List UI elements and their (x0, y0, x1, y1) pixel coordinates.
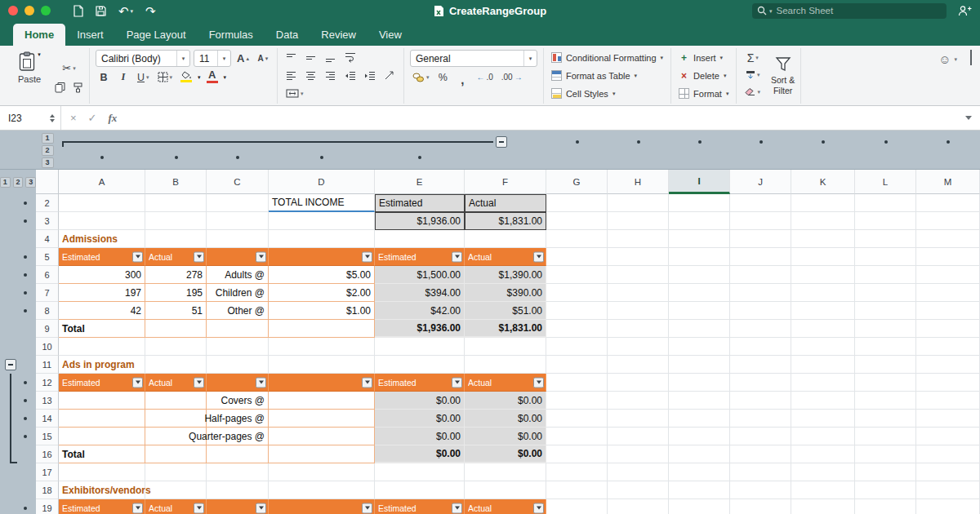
cell-H19[interactable] (608, 499, 669, 514)
cell-I18[interactable] (669, 481, 730, 499)
cell-I5[interactable] (669, 248, 730, 266)
cell-L11[interactable] (855, 356, 916, 374)
cell-D9[interactable] (269, 320, 375, 338)
cell-D13[interactable] (269, 392, 375, 410)
cell-J6[interactable] (730, 266, 791, 284)
cell-F4[interactable] (465, 230, 546, 248)
cell-B9[interactable] (145, 320, 207, 338)
collapse-rows-button[interactable] (5, 359, 16, 370)
row-header-17[interactable]: 17 (36, 463, 59, 481)
cell-L6[interactable] (855, 266, 916, 284)
cell-D3[interactable] (269, 212, 375, 230)
cell-C17[interactable] (207, 463, 269, 481)
cell-B18[interactable] (145, 481, 207, 499)
row-header-18[interactable]: 18 (36, 481, 59, 499)
cell-C2[interactable] (207, 194, 269, 212)
cell-G8[interactable] (546, 302, 608, 320)
cell-B2[interactable] (145, 194, 207, 212)
paste-button[interactable]: ▾ Paste (11, 50, 48, 102)
column-header-G[interactable]: G (546, 170, 608, 194)
italic-button[interactable]: I (115, 69, 131, 85)
cell-A12[interactable]: Estimated (59, 374, 145, 392)
cell-K3[interactable] (791, 212, 855, 230)
cell-L4[interactable] (855, 230, 916, 248)
cell-M18[interactable] (916, 481, 980, 499)
accounting-format-button[interactable]: ▾ (410, 69, 432, 85)
format-painter-button[interactable] (73, 82, 83, 93)
cell-I13[interactable] (669, 392, 730, 410)
cell-A3[interactable] (59, 212, 145, 230)
cell-E11[interactable] (375, 356, 465, 374)
cell-I16[interactable] (669, 445, 730, 463)
cut-button[interactable]: ✂ ▾ (55, 60, 83, 76)
cell-J15[interactable] (730, 428, 791, 445)
clear-button[interactable]: ▾ (742, 84, 763, 100)
row-header-15[interactable]: 15 (36, 428, 59, 445)
cell-E3[interactable]: $1,936.00 (375, 212, 465, 230)
cell-K6[interactable] (791, 266, 855, 284)
cell-H6[interactable] (608, 266, 669, 284)
cell-B19[interactable]: Actual (145, 499, 207, 514)
cell-D8[interactable]: $1.00 (269, 302, 375, 320)
filter-dropdown-B5[interactable] (194, 251, 204, 262)
cell-L5[interactable] (855, 248, 916, 266)
cell-D7[interactable]: $2.00 (269, 284, 375, 302)
align-center-button[interactable] (303, 68, 319, 83)
cell-C11[interactable] (207, 356, 269, 374)
wrap-text-button[interactable] (342, 50, 359, 65)
cell-E16[interactable]: $0.00 (375, 445, 465, 463)
cell-C15[interactable]: Quarter-pages @ (207, 428, 269, 445)
cell-C9[interactable] (207, 320, 269, 338)
cell-K4[interactable] (791, 230, 855, 248)
cell-M12[interactable] (916, 374, 980, 392)
cell-F15[interactable]: $0.00 (465, 428, 546, 445)
cell-J3[interactable] (730, 212, 791, 230)
align-bottom-button[interactable] (323, 50, 339, 65)
cell-A13[interactable] (59, 392, 145, 410)
cell-H14[interactable] (608, 410, 669, 428)
cell-G15[interactable] (546, 428, 608, 445)
cell-D12[interactable] (269, 374, 375, 392)
cell-M16[interactable] (916, 445, 980, 463)
cell-H3[interactable] (608, 212, 669, 230)
cell-L15[interactable] (855, 428, 916, 445)
font-name-select[interactable]: Calibri (Body) ▾ (96, 50, 190, 67)
row-header-5[interactable]: 5 (36, 248, 59, 266)
cell-I11[interactable] (669, 356, 730, 374)
cell-G16[interactable] (546, 445, 608, 463)
font-size-dropdown-icon[interactable]: ▾ (217, 51, 230, 66)
cell-C14[interactable]: Half-pages @ (207, 410, 269, 428)
cell-I8[interactable] (669, 302, 730, 320)
filter-dropdown-B12[interactable] (194, 377, 204, 388)
cell-G5[interactable] (546, 248, 608, 266)
cell-F18[interactable] (465, 481, 546, 499)
cell-F8[interactable]: $51.00 (465, 302, 546, 320)
cell-G13[interactable] (546, 392, 608, 410)
cell-H4[interactable] (608, 230, 669, 248)
font-size-select[interactable]: 11 ▾ (194, 50, 231, 67)
cell-F7[interactable]: $390.00 (465, 284, 546, 302)
cell-A5[interactable]: Estimated (59, 248, 145, 266)
column-header-M[interactable]: M (916, 170, 980, 194)
font-color-dropdown-icon[interactable]: ▾ (224, 74, 227, 80)
cell-A11[interactable]: Ads in program (59, 356, 145, 374)
cell-B14[interactable] (145, 410, 207, 428)
cell-F9[interactable]: $1,831.00 (465, 320, 546, 338)
cell-F16[interactable]: $0.00 (465, 445, 546, 463)
filter-dropdown-F19[interactable] (533, 503, 544, 513)
cell-I19[interactable] (669, 499, 730, 514)
cell-L10[interactable] (855, 338, 916, 356)
cell-H7[interactable] (608, 284, 669, 302)
increase-decimal-button[interactable]: ←.0 (474, 69, 495, 85)
cell-C8[interactable]: Other @ (207, 302, 269, 320)
cell-D17[interactable] (269, 463, 375, 481)
undo-dropdown-icon[interactable]: ▾ (131, 8, 134, 14)
cell-M15[interactable] (916, 428, 980, 445)
cell-H11[interactable] (608, 356, 669, 374)
paste-dropdown-icon[interactable]: ▾ (38, 51, 41, 57)
cell-K18[interactable] (791, 481, 855, 499)
cell-D19[interactable] (269, 499, 375, 514)
column-header-C[interactable]: C (207, 170, 269, 194)
tab-data[interactable]: Data (265, 24, 310, 46)
filter-dropdown-C5[interactable] (256, 251, 266, 262)
